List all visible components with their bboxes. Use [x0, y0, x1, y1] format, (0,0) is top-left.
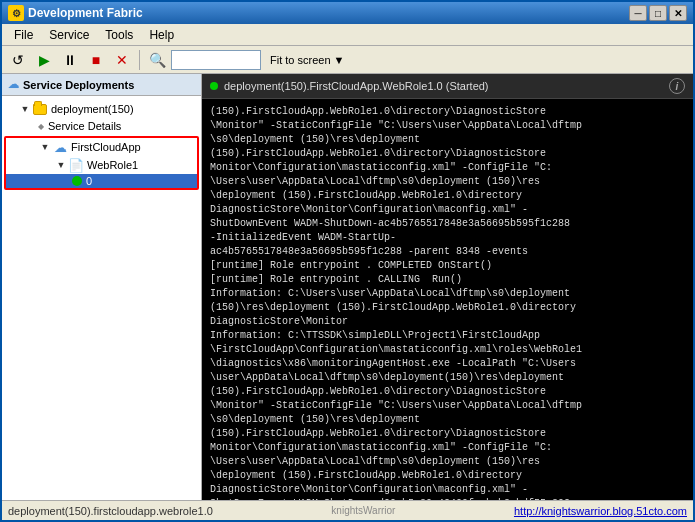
instance-label: 0	[86, 175, 92, 187]
console-line: (150)\res\deployment (150).FirstCloudApp…	[210, 301, 685, 315]
dropdown-arrow-icon: ▼	[334, 54, 345, 66]
toolbar: ↺ ▶ ⏸ ■ ✕ 🔍 Fit to screen ▼	[2, 46, 693, 74]
cloud-app-icon: ☁	[52, 139, 68, 155]
console-line: Information: C:\Users\user\AppData\Local…	[210, 287, 685, 301]
console-line: \Users\user\AppData\Local\dftmp\s0\deplo…	[210, 455, 685, 469]
pause-button[interactable]: ⏸	[58, 49, 82, 71]
delete-button[interactable]: ✕	[110, 49, 134, 71]
app-icon: ⚙	[8, 5, 24, 21]
play-button[interactable]: ▶	[32, 49, 56, 71]
leaf-icon: ◆	[34, 119, 48, 133]
close-button[interactable]: ✕	[669, 5, 687, 21]
console-line: Monitor\Configuration\mastaticconfig.xml…	[210, 161, 685, 175]
right-panel-title: deployment(150).FirstCloudApp.WebRole1.0…	[224, 80, 663, 92]
service-details-label: Service Details	[48, 120, 121, 132]
deployments-icon: ☁	[8, 78, 19, 91]
console-line: \s0\deployment (150)\res\deployment	[210, 133, 685, 147]
console-line: Information: C:\TTSSDK\simpleDLL\Project…	[210, 329, 685, 343]
main-content: ☁ Service Deployments ▼ deployment(150)	[2, 74, 693, 500]
console-line: \user\AppData\Local\dftmp\s0\deployment(…	[210, 371, 685, 385]
minimize-button[interactable]: ─	[629, 5, 647, 21]
menu-help[interactable]: Help	[141, 24, 182, 45]
tree-container: ▼ deployment(150) ◆ Service Details	[2, 96, 201, 500]
left-panel-header: ☁ Service Deployments	[2, 74, 201, 96]
window-controls: ─ □ ✕	[629, 5, 687, 21]
firstcloudapp-label: FirstCloudApp	[71, 141, 141, 153]
fit-screen-label: Fit to screen	[270, 54, 331, 66]
menu-file[interactable]: File	[6, 24, 41, 45]
deployment-label: deployment(150)	[51, 103, 134, 115]
menu-bar: File Service Tools Help	[2, 24, 693, 46]
tree-item-webrole1[interactable]: ▼ 📄 WebRole1	[6, 156, 197, 174]
window-title: Development Fabric	[28, 6, 629, 20]
left-panel-title: Service Deployments	[23, 79, 134, 91]
info-icon[interactable]: i	[669, 78, 685, 94]
expand-arrow-icon: ▼	[18, 102, 32, 116]
search-input[interactable]	[176, 54, 256, 66]
right-panel: deployment(150).FirstCloudApp.WebRole1.0…	[202, 74, 693, 500]
menu-service[interactable]: Service	[41, 24, 97, 45]
highlight-box: ▼ ☁ FirstCloudApp ▼ 📄	[4, 136, 199, 190]
search-icon: 🔍	[145, 49, 169, 71]
console-line: (150).FirstCloudApp.WebRole1.0\directory…	[210, 385, 685, 399]
refresh-button[interactable]: ↺	[6, 49, 30, 71]
webrole-icon: 📄	[68, 157, 84, 173]
console-line: [runtime] Role entrypoint . COMPLETED On…	[210, 259, 685, 273]
right-panel-header: deployment(150).FirstCloudApp.WebRole1.0…	[202, 74, 693, 99]
tree-item-deployment[interactable]: ▼ deployment(150)	[2, 100, 201, 118]
left-panel: ☁ Service Deployments ▼ deployment(150)	[2, 74, 202, 500]
console-line: Monitor\Configuration\mastaticconfig.xml…	[210, 441, 685, 455]
status-dot-green	[72, 176, 82, 186]
status-deployment-label: deployment(150).firstcloudapp.webrole1.0	[8, 505, 213, 517]
console-line: ShutDownEvent WADM-ShutDown-ac4b57655178…	[210, 217, 685, 231]
console-line: -InitializedEvent WADM-StartUp-	[210, 231, 685, 245]
status-bar: deployment(150).firstcloudapp.webrole1.0…	[2, 500, 693, 520]
console-line: (150).FirstCloudApp.WebRole1.0\directory…	[210, 427, 685, 441]
console-output[interactable]: (150).FirstCloudApp.WebRole1.0\directory…	[202, 99, 693, 500]
toolbar-separator	[139, 50, 140, 70]
stop-button[interactable]: ■	[84, 49, 108, 71]
console-line: ac4b5765517848e3a56695b595f1c288 -parent…	[210, 245, 685, 259]
expand-arrow-webrole1-icon: ▼	[54, 158, 68, 172]
fit-screen-button[interactable]: Fit to screen ▼	[263, 51, 351, 69]
status-url-link[interactable]: http://knightswarrior.blog.51cto.com	[514, 505, 687, 517]
console-line: (150).FirstCloudApp.WebRole1.0\directory…	[210, 147, 685, 161]
console-line: [runtime] Role entrypoint . CALLING Run(…	[210, 273, 685, 287]
console-line: \deployment (150).FirstCloudApp.WebRole1…	[210, 189, 685, 203]
tree-item-service-details[interactable]: ◆ Service Details	[2, 118, 201, 134]
tree-item-firstcloudapp[interactable]: ▼ ☁ FirstCloudApp	[6, 138, 197, 156]
expand-arrow-firstcloudapp-icon: ▼	[38, 140, 52, 154]
console-line: \deployment (150).FirstCloudApp.WebRole1…	[210, 469, 685, 483]
console-line: \Monitor" -StaticConfigFile "C:\Users\us…	[210, 119, 685, 133]
maximize-button[interactable]: □	[649, 5, 667, 21]
console-line: DiagnosticStore\Monitor\Configuration\ma…	[210, 203, 685, 217]
console-line: (150).FirstCloudApp.WebRole1.0\directory…	[210, 105, 685, 119]
tree-item-instance0[interactable]: 0	[6, 174, 197, 188]
console-line: DiagnosticStore\Monitor	[210, 315, 685, 329]
console-line: \FirstCloudApp\Configuration\mastaticcon…	[210, 343, 685, 357]
console-line: DiagnosticStore\Monitor\Configuration\ma…	[210, 483, 685, 497]
watermark-label: knightsWarrior	[331, 505, 395, 516]
webrole1-label: WebRole1	[87, 159, 138, 171]
search-box[interactable]	[171, 50, 261, 70]
title-bar: ⚙ Development Fabric ─ □ ✕	[2, 2, 693, 24]
deployment-icon	[32, 101, 48, 117]
menu-tools[interactable]: Tools	[97, 24, 141, 45]
running-status-dot	[210, 82, 218, 90]
main-window: ⚙ Development Fabric ─ □ ✕ File Service …	[0, 0, 695, 522]
console-line: \diagnostics\x86\monitoringAgentHost.exe…	[210, 357, 685, 371]
console-line: \Monitor" -StaticConfigFile "C:\Users\us…	[210, 399, 685, 413]
console-line: \Users\user\AppData\Local\dftmp\s0\deplo…	[210, 175, 685, 189]
console-line: \s0\deployment (150)\res\deployment	[210, 413, 685, 427]
